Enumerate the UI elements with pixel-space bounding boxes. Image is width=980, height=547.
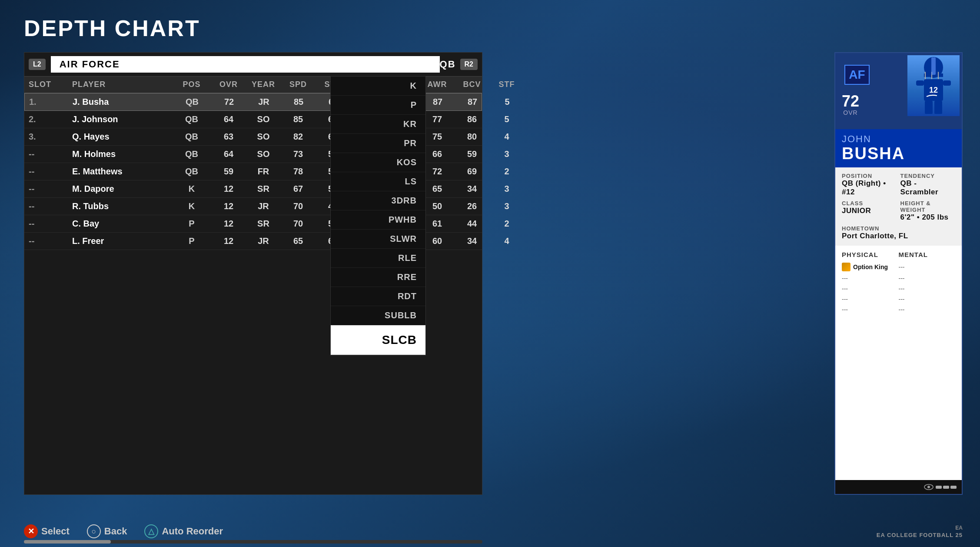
cell-ovr: 63 [211,132,246,142]
cell-ovr: 64 [211,149,246,159]
cell-year: SR [246,219,281,229]
cell-pos: P [172,236,211,246]
dropdown-item[interactable]: K [331,77,425,96]
cell-stf: 4 [489,132,524,142]
circle-icon: ○ [87,524,101,538]
page-title: DEPTH CHART [24,15,200,41]
team-abbr: AF [844,65,869,85]
svg-text:12: 12 [929,86,938,94]
cell-slot: 2. [29,114,72,124]
dropdown-item[interactable]: 3DRB [331,191,425,210]
cell-bcv: 34 [455,236,489,246]
cell-ovr: 59 [211,167,246,177]
cell-bcv: 59 [455,149,489,159]
nav-auto-reorder[interactable]: △ Auto Reorder [144,524,223,538]
col-pos: POS [172,80,211,89]
cell-name: M. Dapore [72,184,172,194]
cell-bcv: 69 [455,167,489,177]
select-label: Select [41,526,70,537]
trait-phys-4: --- [842,296,899,303]
triangle-icon: △ [144,524,158,538]
position-value: QB (Right) • #12 [842,179,897,197]
cell-name: R. Tubbs [72,201,172,211]
hometown-value: Port Charlotte, FL [842,232,955,240]
col-slot: SLOT [29,80,72,89]
cell-ovr: 12 [211,201,246,211]
card-last-name: BUSHA [842,145,955,163]
trait-ment-4: --- [899,296,956,303]
team-logo: AF [842,60,872,90]
trait-phys-2: --- [842,275,899,282]
trait-ment-3: --- [899,285,956,292]
cell-bcv: 26 [455,201,489,211]
trait-phys-5: --- [842,306,899,313]
dropdown-item[interactable]: PWHB [331,210,425,230]
col-player: PLAYER [72,80,172,89]
class-label: CLASS [842,200,897,207]
cell-spd: 67 [281,184,316,194]
col-year: YEAR [246,80,281,89]
dropdown-item[interactable]: LS [331,172,425,191]
cell-year: SR [246,184,281,194]
cell-name: J. Busha [73,97,173,107]
l2-badge[interactable]: L2 [29,59,46,70]
cell-stf: 3 [489,184,524,194]
dropdown-item[interactable]: RRE [331,268,425,287]
card-traits-section: PHYSICAL MENTAL Option King --- --- --- … [835,246,962,480]
dropdown-item[interactable]: PR [331,134,425,153]
dropdown-item[interactable]: P [331,96,425,115]
dropdown-item[interactable]: SUBLB [331,306,425,325]
cell-stf: 5 [489,114,524,124]
dropdown-item[interactable]: SLWR [331,230,425,249]
hometown-label: HOMETOWN [842,225,955,232]
cell-year: JR [246,97,281,107]
cell-stf: 2 [489,167,524,177]
player-card: AF 72 OVR [834,52,963,495]
dropdown-item[interactable]: RDT [331,287,425,306]
cell-spd: 73 [281,149,316,159]
ea-logo-text: EA COLLEGE FOOTBALL 25 [877,532,963,538]
cell-pos: QB [172,149,211,159]
dropdown-item[interactable]: KOS [331,153,425,172]
cell-bcv: 86 [455,114,489,124]
svg-rect-2 [925,72,926,80]
dropdown-item[interactable]: KR [331,115,425,134]
tendency-label: TENDENCY [900,173,956,179]
svg-rect-7 [916,80,924,86]
cell-bcv: 44 [455,219,489,229]
nav-select[interactable]: ✕ Select [24,524,70,538]
tendency-value: QB - Scrambler [900,179,956,197]
cell-name: L. Freer [72,236,172,246]
cell-spd: 85 [281,97,316,107]
card-bottom-bar [835,480,962,494]
scrollbar-thumb[interactable] [24,540,111,544]
physical-label: PHYSICAL [842,251,899,258]
ovr-badge: 72 OVR [842,93,859,116]
cell-bcv: 80 [455,132,489,142]
r2-badge[interactable]: R2 [460,59,478,70]
cell-year: JR [246,236,281,246]
cell-name: M. Holmes [72,149,172,159]
cell-bcv: 34 [455,184,489,194]
cell-stf: 4 [489,236,524,246]
cell-name: Q. Hayes [72,132,172,142]
dropdown-item[interactable]: RLE [331,249,425,268]
player-silhouette-svg: 12 [907,55,960,116]
dropdown-active-item[interactable]: SLCB [331,325,425,355]
position-label: POSITION [842,173,897,179]
ovr-label: OVR [842,109,859,116]
col-stf: STF [489,80,524,89]
trait-ment-2: --- [899,275,956,282]
svg-point-13 [927,486,930,488]
cell-year: SO [246,149,281,159]
nav-back[interactable]: ○ Back [87,524,127,538]
trait-row-3: --- --- [842,285,955,292]
height-weight-value: 6'2" • 205 lbs [900,213,956,222]
svg-rect-11 [931,57,936,75]
svg-rect-9 [925,101,933,114]
player-portrait: 12 [907,55,960,116]
ovr-number: 72 [842,93,859,109]
cell-ovr: 64 [211,114,246,124]
bottom-nav: ✕ Select ○ Back △ Auto Reorder [24,524,223,538]
card-top: AF 72 OVR [835,53,962,129]
